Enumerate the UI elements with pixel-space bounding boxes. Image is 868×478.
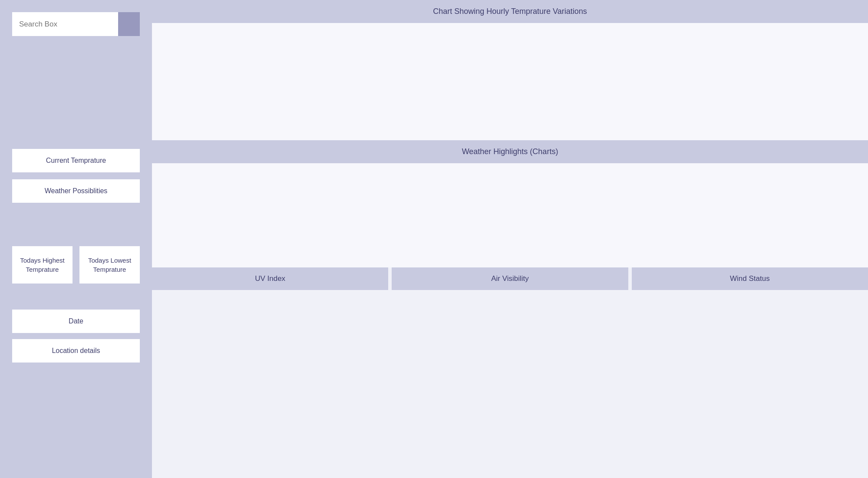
search-button[interactable] [118,12,140,36]
todays-highest-temperature-button[interactable]: Todays Highest Temprature [12,246,73,284]
hourly-chart-header: Chart Showing Hourly Temprature Variatio… [152,0,868,23]
search-row [12,12,140,36]
highlights-header: Weather Highlights (Charts) [152,140,868,163]
highlights-title: Weather Highlights (Charts) [462,147,558,156]
air-visibility-header: Air Visibility [392,267,628,290]
air-visibility-card: Air Visibility [392,267,628,290]
sidebar-group-2: Todays Highest Temprature Todays Lowest … [12,246,140,284]
main-content: Chart Showing Hourly Temprature Variatio… [152,0,868,478]
wind-status-card: Wind Status [632,267,868,290]
wind-status-header: Wind Status [632,267,868,290]
uv-index-title: UV Index [255,274,285,283]
air-visibility-title: Air Visibility [491,274,529,283]
sidebar: Current Temprature Weather Possiblities … [0,0,152,478]
hourly-chart-area [152,23,868,140]
current-temperature-button[interactable]: Current Temprature [12,149,140,172]
todays-lowest-temperature-button[interactable]: Todays Lowest Temprature [79,246,140,284]
location-details-button[interactable]: Location details [12,339,140,363]
bottom-cards: UV Index Air Visibility Wind Status [152,267,868,290]
highlights-chart-area [152,163,868,267]
search-input[interactable] [12,12,118,36]
hourly-chart-section: Chart Showing Hourly Temprature Variatio… [152,0,868,140]
wind-status-title: Wind Status [730,274,770,283]
sidebar-group-3: Date Location details [12,310,140,363]
sidebar-group-1: Current Temprature Weather Possiblities [12,149,140,203]
highlights-section: Weather Highlights (Charts) [152,140,868,267]
hourly-chart-title: Chart Showing Hourly Temprature Variatio… [433,7,587,16]
uv-index-header: UV Index [152,267,388,290]
weather-possibilities-button[interactable]: Weather Possiblities [12,179,140,203]
date-button[interactable]: Date [12,310,140,333]
uv-index-card: UV Index [152,267,388,290]
